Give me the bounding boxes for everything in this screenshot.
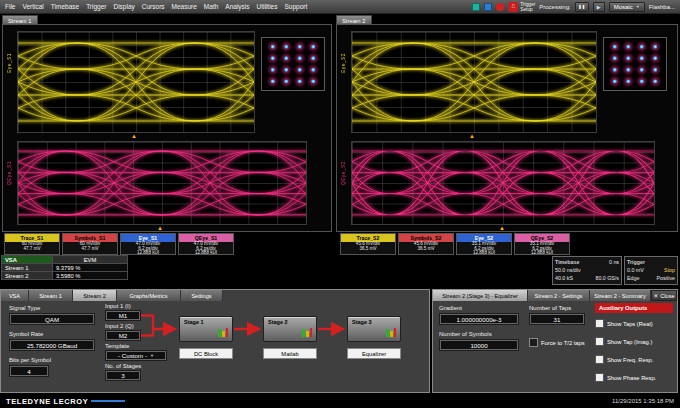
menubar-right-cluster: ⎍ Trigger Setup Processing: ❚❚ ▶ Mosaic … <box>472 2 675 12</box>
stage2-button[interactable]: Stage 2 <box>263 316 317 342</box>
bits-per-symbol-input[interactable]: 4 <box>9 365 49 377</box>
show-phase-resp-checkbox[interactable]: Show Phase Resp. <box>595 373 656 382</box>
timebase-rate: 80.0 GS/s <box>595 274 619 282</box>
menu-bar: File Vertical Timebase Trigger Display C… <box>0 0 680 14</box>
menu-math[interactable]: Math <box>204 3 218 10</box>
num-taps-input[interactable]: 31 <box>529 313 585 325</box>
play-button[interactable]: ▶ <box>593 2 605 12</box>
descriptor-eye-s2[interactable]: Eye_S2 35.1 mV/div 6.2 ps/div 12.888 kUI <box>456 233 512 255</box>
tab-vsa[interactable]: VSA <box>1 290 29 301</box>
checkbox-icon <box>595 319 604 328</box>
stream1-q-eye-graticule <box>17 141 307 225</box>
menu-cursors[interactable]: Cursors <box>142 3 165 10</box>
tab-stream-1[interactable]: Stream 1 <box>29 290 73 301</box>
stream1-constellation <box>261 37 325 91</box>
menu-support[interactable]: Support <box>284 3 307 10</box>
stream1-i-eye-graticule <box>17 31 255 133</box>
descriptor-line: 36.5 mV <box>341 247 395 252</box>
descriptor-line: 12.888 kUI <box>179 251 233 256</box>
stream2-q-eye-axis-label: QEye_S2 <box>340 161 346 185</box>
descriptor-qeye-s2[interactable]: QEye_S2 35.1 mV/div 6.2 ps/div 12.888 kU… <box>514 233 570 255</box>
input1-select[interactable]: M1 <box>105 310 141 321</box>
logo-accent <box>91 400 125 402</box>
close-icon: ✕ <box>654 293 659 299</box>
menu-vertical[interactable]: Vertical <box>22 3 43 10</box>
stream2-constellation <box>603 37 667 91</box>
descriptor-trace-s1[interactable]: Trace_S1 60 mV/div 47.7 mV <box>4 233 60 255</box>
tab-stream2-equalizer[interactable]: Stream 2 (Stage 3) - Equalizer <box>433 290 528 301</box>
input2-select[interactable]: M2 <box>105 330 141 341</box>
menu-trigger[interactable]: Trigger <box>86 3 106 10</box>
show-freq-resp-checkbox[interactable]: Show Freq. Resp. <box>595 355 653 364</box>
descriptor-qeye-s1[interactable]: QEye_S1 47.0 mV/div 6.2 ps/div 12.888 kU… <box>178 233 234 255</box>
stage1-button[interactable]: Stage 1 <box>179 316 233 342</box>
symbol-rate-input[interactable]: 25.782000 GBaud <box>9 339 95 351</box>
menu-file[interactable]: File <box>5 3 15 10</box>
stream1-q-eye-trace <box>18 142 306 224</box>
oscilloscope-app: File Vertical Timebase Trigger Display C… <box>0 0 680 408</box>
num-stages-input[interactable]: 3 <box>105 370 141 381</box>
signal-type-input[interactable]: QAM <box>9 313 95 325</box>
trigger-type: Edge <box>627 274 639 282</box>
record-icon[interactable] <box>496 3 504 11</box>
tab-stream2-summary[interactable]: Stream 2 - Summary <box>590 290 652 301</box>
equalizer-dialog: Stream 2 (Stage 3) - Equalizer Stream 2 … <box>432 289 678 393</box>
stage3-type-label: Equalizer <box>347 348 401 359</box>
stream2-q-eye-graticule <box>351 141 655 225</box>
table-row: Stream 2 3.5980 % <box>2 272 128 280</box>
trigger-slope: Positive <box>656 274 675 282</box>
stage1-name: Stage 1 <box>180 317 232 325</box>
mosaic-dropdown[interactable]: Mosaic ▼ <box>609 2 645 12</box>
stream1-i-eye-axis-label: Eye_S1 <box>6 53 12 73</box>
pause-button[interactable]: ❚❚ <box>575 2 589 12</box>
show-taps-real-checkbox[interactable]: Show Taps (Real) <box>595 319 653 328</box>
timebase-summary-box[interactable]: Timebase0 ns 50.0 ns/div 40.0 kS80.0 GS/… <box>552 256 622 285</box>
show-tap-imag-checkbox[interactable]: Show Tap (Imag.) <box>595 337 652 346</box>
tab-stream2-settings[interactable]: Stream 2 - Settings <box>528 290 590 301</box>
flashback-button[interactable]: Flashba... <box>649 4 675 10</box>
stream1-q-eye-axis-label: QEye_S1 <box>6 161 12 185</box>
descriptor-symbols-s1[interactable]: Symbols_S1 60 mV/div 47.7 mV <box>62 233 118 255</box>
stream1-constellation-plot <box>262 38 324 90</box>
descriptor-line: 12.888 kUI <box>457 251 511 256</box>
checkbox-icon <box>595 373 604 382</box>
stream2-constellation-plot <box>604 38 666 90</box>
menu-measure[interactable]: Measure <box>172 3 197 10</box>
stream2-panel: Eye_S2 ▲ QEye_S2 ▲ <box>336 24 678 232</box>
num-symbols-input[interactable]: 10000 <box>439 339 519 351</box>
descriptor-line: 47.7 mV <box>5 247 59 252</box>
trigger-setup-icon: ⎍ <box>508 2 518 12</box>
stage1-type-label: DC Block <box>179 348 233 359</box>
descriptor-line: 12.888 kUI <box>121 251 175 256</box>
menu-utilities[interactable]: Utilities <box>257 3 278 10</box>
menu-analysis[interactable]: Analysis <box>225 3 249 10</box>
menu-timebase[interactable]: Timebase <box>51 3 79 10</box>
timebase-label: Timebase <box>555 258 579 266</box>
descriptor-line: 36.5 mV <box>399 247 453 252</box>
checkbox-icon <box>529 338 538 347</box>
input2-label: Input 2 (Q) <box>105 323 134 329</box>
input1-label: Input 1 (I) <box>105 303 131 309</box>
force-t2-taps-checkbox[interactable]: Force to T/2 taps <box>529 338 585 347</box>
tab-settings[interactable]: Settings <box>181 290 223 301</box>
stage3-name: Stage 3 <box>348 317 400 325</box>
descriptor-symbols-s2[interactable]: Symbols_S2 45.6 mV/div 36.5 mV <box>398 233 454 255</box>
auxiliary-outputs-header: Auxiliary Outputs <box>595 303 673 313</box>
descriptor-trace-s2[interactable]: Trace_S2 45.6 mV/div 36.5 mV <box>340 233 396 255</box>
symbol-rate-label: Symbol Rate <box>9 331 43 337</box>
stage3-button[interactable]: Stage 3 <box>347 316 401 342</box>
tab-stream-2[interactable]: Stream 2 <box>73 290 117 301</box>
utility-icon-teal[interactable] <box>472 3 480 11</box>
trigger-summary-box[interactable]: Trigger 0.0 mVStop EdgePositive <box>624 256 678 285</box>
processing-label: Processing: <box>539 4 570 10</box>
stream2-i-eye-trace <box>352 32 596 132</box>
gradient-input[interactable]: 1.000000000e-3 <box>439 313 519 325</box>
utility-icon-blue[interactable] <box>484 3 492 11</box>
checkbox-icon <box>595 355 604 364</box>
close-button[interactable]: ✕ Close <box>651 290 677 301</box>
trigger-mode: Stop <box>664 266 675 274</box>
trigger-setup-button[interactable]: ⎍ Trigger Setup <box>508 2 535 12</box>
menu-display[interactable]: Display <box>113 3 134 10</box>
tab-graphs-metrics[interactable]: Graphs/Metrics <box>117 290 181 301</box>
descriptor-eye-s1[interactable]: Eye_S1 47.0 mV/div 6.2 ps/div 12.888 kUI <box>120 233 176 255</box>
